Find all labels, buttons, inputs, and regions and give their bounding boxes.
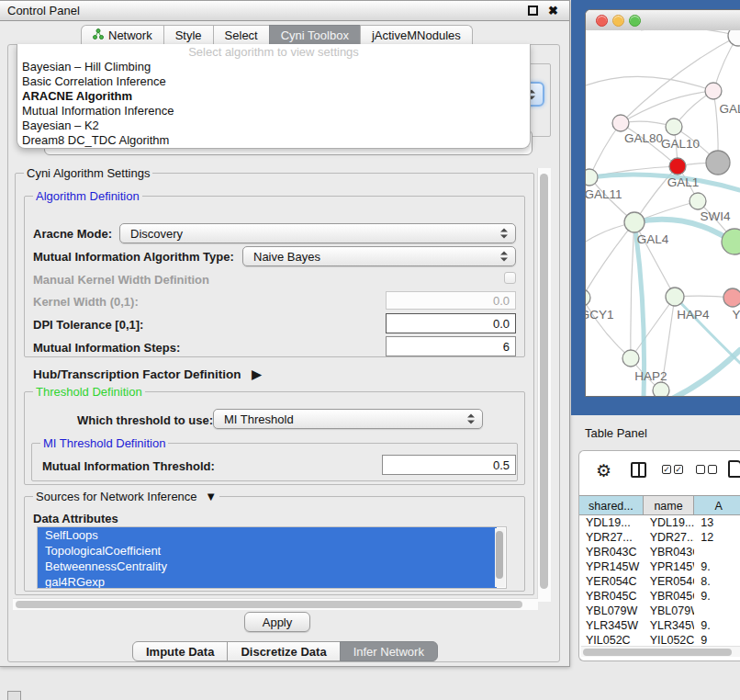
popup-item[interactable]: Basic Correlation Inference [17,74,530,89]
apply-button[interactable]: Apply [244,612,310,632]
network-window-titlebar[interactable] [586,10,740,31]
column-header[interactable]: name [644,495,695,515]
zoom-traffic-light-icon[interactable] [629,15,641,27]
table-row[interactable]: YLR345WYLR345W9. [579,618,740,633]
network-edge[interactable] [586,222,634,298]
sources-expander[interactable]: Sources for Network Inference ▼ [33,490,219,503]
network-edge[interactable] [641,30,738,36]
kernel-width-field[interactable]: 0.0 [386,291,516,310]
network-node[interactable] [653,382,669,397]
select-all-columns-icon[interactable]: ✓✓ [662,465,683,474]
tab-impute-data[interactable]: Impute Data [132,641,228,661]
deselect-all-columns-icon[interactable] [696,465,717,474]
settings-vertical-scrollbar[interactable] [537,168,551,602]
float-panel-icon[interactable] [528,6,538,16]
scrollbar-thumb[interactable] [16,601,522,608]
close-icon[interactable]: ✖ [548,6,558,16]
tab-select[interactable]: Select [213,25,270,45]
network-node[interactable] [622,350,639,367]
column-header[interactable]: shared... [579,495,644,515]
column-header[interactable]: A [694,495,740,515]
network-edge[interactable] [631,222,634,358]
columns-icon[interactable] [631,462,646,478]
scrollbar-thumb[interactable] [583,649,732,656]
network-node[interactable] [690,193,706,209]
popup-item[interactable]: Dream8 DC_TDC Algorithm [17,133,530,148]
table-cell: YBR045C [644,589,695,604]
table-cell: 9. [694,618,740,633]
expand-down-icon[interactable]: ▼ [205,490,217,503]
table-cell: YPR145W [644,559,695,574]
table-row[interactable]: YBR043CYBR043C [579,545,740,559]
table-panel: ⚙ ✓✓ shared...nameA YDL19...YDL19...13YD… [578,450,740,661]
hub-definition-expander[interactable]: Hub/Transcription Factor Definition ▶ [33,367,262,381]
network-node[interactable] [586,289,590,306]
table-row[interactable]: YPR145WYPR145W9. [579,559,740,574]
attribute-item-selected[interactable]: SelfLoops [38,527,497,543]
network-node[interactable] [669,158,686,175]
which-threshold-combo[interactable]: MI Threshold [213,409,483,429]
network-node[interactable] [705,83,722,99]
network-edge[interactable] [631,297,675,358]
network-node[interactable] [728,30,740,46]
table-cell: YDL19... [644,515,695,530]
network-edge[interactable] [621,91,713,123]
tab-network[interactable]: Network [81,25,164,45]
gear-icon[interactable]: ⚙ [596,462,611,480]
export-table-icon[interactable] [728,460,740,478]
minimized-panel-icon[interactable] [7,691,21,700]
mi-type-combo[interactable]: Naive Bayes [242,246,516,266]
mi-threshold-field[interactable]: 0.5 [382,455,516,475]
node-label: Y [732,308,740,322]
network-edge[interactable] [589,123,621,177]
tab-infer-network[interactable]: Infer Network [340,641,438,661]
list-vertical-scrollbar[interactable] [495,528,505,587]
network-edge[interactable] [586,298,631,358]
popup-item[interactable]: Bayesian – Hill Climbing [17,60,530,74]
minimize-traffic-light-icon[interactable] [612,15,624,27]
mi-steps-field[interactable]: 6 [386,336,516,356]
attribute-item-selected[interactable]: TopologicalCoefficient [38,543,497,559]
table-row[interactable]: YER054CYER054C8. [579,574,740,589]
network-node[interactable] [666,119,682,135]
network-node[interactable] [706,151,730,175]
manual-kernel-checkbox[interactable] [504,272,516,284]
which-threshold-label: Which threshold to use: [77,413,213,427]
tab-cyni-toolbox[interactable]: Cyni Toolbox [269,25,361,45]
network-node[interactable] [586,169,598,186]
tab-discretize-data[interactable]: Discretize Data [227,641,340,661]
network-node[interactable] [722,229,740,254]
node-label: HAP4 [677,308,710,322]
node-label: HAP2 [634,369,667,383]
table-row[interactable]: YBR045CYBR045C9. [579,589,740,604]
settings-horizontal-scrollbar[interactable] [13,598,538,610]
tab-jactivemnodules[interactable]: jActiveMNodules [360,25,473,45]
popup-item[interactable]: Mutual Information Inference [17,104,530,119]
tab-style[interactable]: Style [163,25,214,45]
expand-right-icon[interactable]: ▶ [252,367,261,381]
table-row[interactable]: YDR27...YDR27...12 [579,530,740,545]
table-row[interactable]: YDL19...YDL19...13 [579,515,740,530]
popup-item[interactable]: ARACNE Algorithm [17,89,530,104]
network-node[interactable] [612,115,629,131]
network-node[interactable] [723,288,740,307]
table-horizontal-scrollbar[interactable] [581,646,740,657]
dpi-tolerance-label: DPI Tolerance [0,1]: [33,318,143,332]
aracne-mode-combo[interactable]: Discovery [119,223,516,243]
dpi-tolerance-field[interactable]: 0.0 [386,313,516,333]
popup-item[interactable]: Bayesian – K2 [17,119,530,133]
table-row[interactable]: YBL079WYBL079W [579,604,740,618]
network-node[interactable] [624,212,645,232]
attribute-item-selected[interactable]: gal4RGexp [38,574,497,589]
group-title: Threshold Definition [33,385,145,399]
control-panel-titlebar[interactable]: Control Panel ✖ [0,1,569,21]
network-edge[interactable] [586,76,713,91]
close-traffic-light-icon[interactable] [596,15,608,27]
network-node[interactable] [666,288,684,306]
scrollbar-thumb[interactable] [540,174,548,589]
scrollbar-thumb[interactable] [496,531,503,579]
data-attributes-list[interactable]: SelfLoopsTopologicalCoefficientBetweenne… [37,526,507,589]
table-cell: YBR043C [644,545,695,559]
attribute-item-selected[interactable]: BetweennessCentrality [38,559,497,574]
network-canvas[interactable]: GALGAL80GAL10GAL1GAL11SWI4GAL4GCY1HAP4YH… [586,30,740,397]
